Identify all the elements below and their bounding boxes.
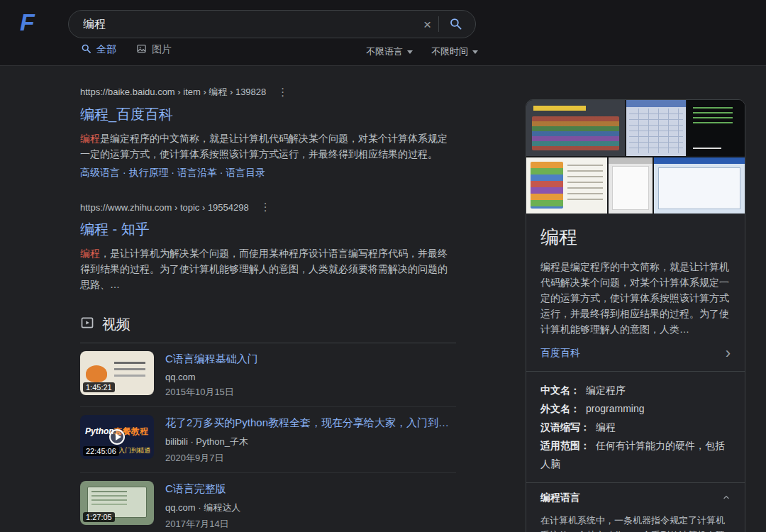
search-tabs: 全部 图片 <box>81 43 172 56</box>
logo[interactable]: F <box>20 9 35 36</box>
video-date: 2015年10月15日 <box>165 386 456 399</box>
video-thumbnail[interactable]: 1:45:21 <box>80 351 154 395</box>
filter-language-label: 不限语言 <box>366 45 403 58</box>
tab-images-label: 图片 <box>152 43 172 56</box>
thumbnail-tagline: 入门到精通 <box>118 446 150 455</box>
video-item: Python套餐教程 入门到精通 22:45:06 花了2万多买的Python教… <box>80 407 456 473</box>
search-filters: 不限语言 不限时间 <box>366 45 478 58</box>
video-date: 2020年9月7日 <box>165 452 456 465</box>
video-title[interactable]: 花了2万多买的Python教程全套，现在分享给大家，入门到精… <box>165 416 456 430</box>
panel-section-text: 在计算机系统中，一条机器指令规定了计算机系统的一个特定动作。一个系列的计算机在硬… <box>540 513 731 532</box>
panel-image-1[interactable] <box>526 100 625 156</box>
fact-label: 适用范围： <box>540 440 590 451</box>
result-snippet: 编程，是让计算机为解决某个问题，而使用某种程序设计语言编写程序代码，并最终得到结… <box>80 245 456 292</box>
video-source: qq.com · 编程达人 <box>165 501 456 514</box>
videos-section: 视频 1:45:21 C语言编程基础入门 qq.com 2015年10月15日 … <box>80 315 456 532</box>
tab-all[interactable]: 全部 <box>81 43 116 56</box>
video-title[interactable]: C语言编程基础入门 <box>165 353 456 366</box>
search-result: https://www.zhihu.com › topic › 19554298… <box>80 201 456 292</box>
panel-section-title: 编程语言 <box>540 492 580 504</box>
panel-description: 编程是编定程序的中文简称，就是让计算机代码解决某个问题，对某个计算体系规定一定的… <box>540 259 731 337</box>
snippet-text: 是编定程序的中文简称，就是让计算机代码解决某个问题，对某个计算体系规定一定的运算… <box>80 133 448 160</box>
search-result: https://baike.baidu.com › item › 编程 › 13… <box>80 86 456 179</box>
video-source: bilibili · Python_子木 <box>165 436 456 448</box>
fact-label: 外文名： <box>540 403 580 414</box>
video-item: 1:27:05 C语言完整版 qq.com · 编程达人 2017年7月14日 <box>80 473 456 532</box>
fact-value: 编程 <box>596 421 616 433</box>
search-bar: × <box>68 10 476 38</box>
search-icon <box>81 43 91 56</box>
knowledge-panel: 编程 编程是编定程序的中文简称，就是让计算机代码解决某个问题，对某个计算体系规定… <box>526 99 745 532</box>
result-url-row: https://baike.baidu.com › item › 编程 › 13… <box>80 86 456 99</box>
video-meta: C语言编程基础入门 qq.com 2015年10月15日 <box>165 351 456 399</box>
fact-value: programming <box>586 403 644 414</box>
video-icon <box>80 316 94 333</box>
filter-time[interactable]: 不限时间 <box>431 45 478 58</box>
videos-title: 视频 <box>102 315 131 334</box>
play-icon <box>109 429 125 445</box>
fact-row: 汉语缩写：编程 <box>540 418 731 436</box>
snippet-text: ，是让计算机为解决某个问题，而使用某种程序设计语言编写程序代码，并最终得到结果的… <box>80 248 448 290</box>
panel-image-4[interactable] <box>526 157 607 214</box>
tab-all-label: 全部 <box>96 43 116 56</box>
search-input[interactable] <box>83 18 416 31</box>
clear-search-icon[interactable]: × <box>416 18 438 31</box>
header: F × 全部 图片 不限语言 不限时间 <box>0 0 766 66</box>
image-icon <box>136 43 147 56</box>
panel-image-collage <box>526 100 745 214</box>
result-snippet: 编程是编定程序的中文简称，就是让计算机代码解决某个问题，对某个计算体系规定一定的… <box>80 131 456 162</box>
fact-value: 编定程序 <box>586 384 626 396</box>
filter-language[interactable]: 不限语言 <box>366 45 413 58</box>
more-options-icon[interactable]: ⋮ <box>274 86 291 99</box>
snippet-highlight: 编程 <box>80 133 100 144</box>
panel-title: 编程 <box>540 225 731 250</box>
panel-image-6[interactable] <box>654 157 745 214</box>
caret-down-icon <box>407 50 413 54</box>
fact-label: 汉语缩写： <box>540 421 590 433</box>
video-duration-badge: 1:27:05 <box>83 512 115 522</box>
result-title[interactable]: 编程_百度百科 <box>80 105 173 124</box>
panel-facts: 中文名：编定程序 外文名：programming 汉语缩写：编程 适用范围：任何… <box>526 372 745 482</box>
search-submit-button[interactable] <box>439 16 468 33</box>
fact-row: 中文名：编定程序 <box>540 381 731 399</box>
video-thumbnail[interactable]: 1:27:05 <box>80 481 154 525</box>
result-url[interactable]: https://www.zhihu.com › topic › 19554298 <box>80 202 249 213</box>
videos-header: 视频 <box>80 315 456 343</box>
panel-source-link[interactable]: 百度百科 <box>540 347 580 360</box>
snippet-highlight: 编程 <box>80 248 100 259</box>
video-duration-badge: 22:45:06 <box>83 446 119 456</box>
video-meta: 花了2万多买的Python教程全套，现在分享给大家，入门到精… bilibili… <box>165 415 456 465</box>
filter-time-label: 不限时间 <box>431 45 468 58</box>
panel-image-2[interactable] <box>626 100 686 156</box>
video-thumbnail[interactable]: Python套餐教程 入门到精通 22:45:06 <box>80 415 154 459</box>
panel-image-3[interactable] <box>687 100 745 156</box>
caret-down-icon <box>472 50 478 54</box>
chevron-up-icon <box>722 492 731 504</box>
tab-images[interactable]: 图片 <box>136 43 172 56</box>
chevron-right-icon[interactable]: › <box>726 345 731 361</box>
video-title[interactable]: C语言完整版 <box>165 482 456 496</box>
fact-row: 外文名：programming <box>540 399 731 418</box>
video-date: 2017年7月14日 <box>165 518 456 531</box>
panel-section-header[interactable]: 编程语言 <box>526 483 745 511</box>
panel-source-row: 百度百科 › <box>540 345 731 361</box>
result-url-row: https://www.zhihu.com › topic › 19554298… <box>80 201 456 214</box>
video-item: 1:45:21 C语言编程基础入门 qq.com 2015年10月15日 <box>80 343 456 407</box>
result-url[interactable]: https://baike.baidu.com › item › 编程 › 13… <box>80 86 266 99</box>
more-options-icon[interactable]: ⋮ <box>257 201 274 214</box>
results-column: https://baike.baidu.com › item › 编程 › 13… <box>80 66 456 532</box>
panel-image-5[interactable] <box>609 157 653 214</box>
search-icon <box>449 17 462 33</box>
result-title[interactable]: 编程 - 知乎 <box>80 220 150 239</box>
fact-label: 中文名： <box>540 384 580 396</box>
result-sublinks[interactable]: 高级语言 · 执行原理 · 语言沿革 · 语言目录 <box>80 167 456 179</box>
video-source: qq.com <box>165 372 456 382</box>
video-duration-badge: 1:45:21 <box>83 382 115 392</box>
video-meta: C语言完整版 qq.com · 编程达人 2017年7月14日 <box>165 481 456 531</box>
fact-row: 适用范围：任何有计算能力的硬件，包括人脑 <box>540 436 731 473</box>
